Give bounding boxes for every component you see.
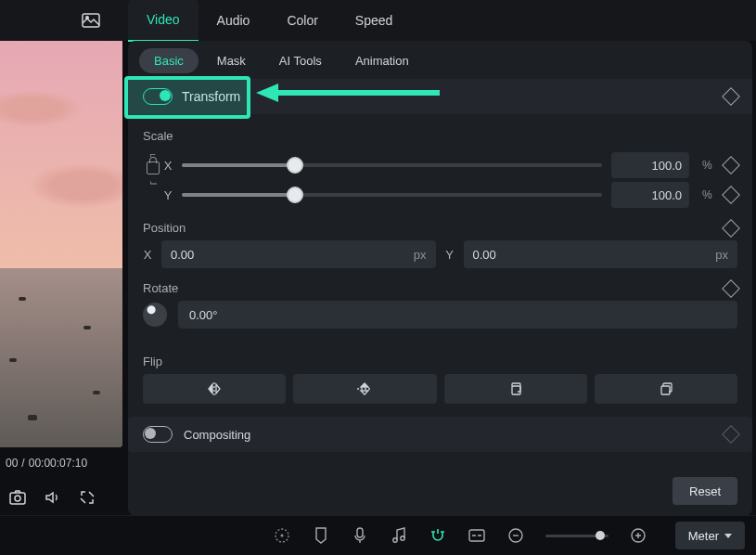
svg-rect-8: [357, 528, 363, 537]
reset-button[interactable]: Reset: [673, 477, 737, 505]
position-label: Position: [143, 221, 186, 235]
scale-x-slider[interactable]: [182, 163, 602, 167]
scale-lock-icon[interactable]: [147, 161, 160, 174]
chevron-down-icon: [724, 534, 732, 538]
position-y-axis-label: Y: [445, 248, 455, 262]
flip-vertical-button[interactable]: [293, 374, 436, 404]
marker-icon[interactable]: [312, 526, 330, 545]
scale-label: Scale: [143, 129, 173, 143]
music-icon[interactable]: [390, 526, 408, 545]
scale-x-unit: %: [702, 159, 715, 172]
svg-point-7: [280, 535, 283, 537]
rotate-label: Rotate: [143, 281, 178, 295]
meter-dropdown[interactable]: Meter: [675, 522, 745, 549]
svg-point-1: [86, 17, 89, 19]
transform-title: Transform: [182, 89, 724, 104]
subtab-ai-tools[interactable]: AI Tools: [264, 48, 337, 73]
transform-toggle[interactable]: [143, 88, 173, 105]
rotate-dial[interactable]: [143, 303, 167, 327]
svg-point-9: [393, 538, 397, 542]
rotate-keyframe-icon[interactable]: [722, 279, 740, 298]
scale-x-value[interactable]: 100.0: [611, 152, 689, 178]
tab-video[interactable]: Video: [128, 0, 199, 42]
fullscreen-icon[interactable]: [80, 490, 95, 505]
subtab-mask[interactable]: Mask: [202, 48, 261, 73]
scale-x-axis-label: X: [163, 159, 173, 173]
svg-rect-2: [10, 493, 25, 504]
magnet-icon[interactable]: [429, 526, 447, 545]
zoom-out-icon[interactable]: [506, 526, 525, 545]
flip-copy2-button[interactable]: [595, 374, 737, 404]
position-x-field[interactable]: 0.00px: [161, 240, 436, 268]
position-y-field[interactable]: 0.00px: [464, 240, 738, 268]
flip-label: Flip: [143, 355, 162, 368]
compositing-toggle[interactable]: [143, 426, 173, 443]
caption-icon[interactable]: [468, 526, 486, 545]
video-preview[interactable]: [0, 41, 122, 447]
svg-point-10: [401, 536, 404, 540]
zoom-slider[interactable]: [545, 535, 609, 537]
tab-color[interactable]: Color: [268, 0, 336, 41]
flip-copy1-button[interactable]: [444, 374, 587, 404]
flip-horizontal-button[interactable]: [143, 374, 286, 404]
image-thumbnail-icon[interactable]: [72, 13, 109, 28]
rotate-value-field[interactable]: 0.00°: [178, 301, 737, 329]
voiceover-icon[interactable]: [351, 526, 369, 545]
snapshot-icon[interactable]: [9, 490, 26, 505]
time-display: 00 / 00:00:07:10: [0, 447, 122, 479]
scale-y-axis-label: Y: [163, 188, 173, 202]
transform-section-header[interactable]: Transform: [128, 79, 752, 114]
transform-keyframe-icon[interactable]: [722, 87, 740, 106]
current-time: 00: [6, 457, 18, 470]
total-time: 00:00:07:10: [29, 457, 87, 470]
scale-y-value[interactable]: 100.0: [611, 182, 689, 208]
scale-y-unit: %: [702, 188, 715, 201]
compositing-label: Compositing: [184, 428, 724, 442]
svg-point-3: [15, 496, 20, 501]
tab-audio[interactable]: Audio: [199, 0, 269, 41]
volume-icon[interactable]: [45, 490, 61, 505]
subtab-animation[interactable]: Animation: [340, 48, 424, 73]
tab-speed[interactable]: Speed: [337, 0, 411, 41]
auto-enhance-icon[interactable]: [273, 526, 291, 545]
svg-rect-11: [469, 530, 484, 541]
scale-y-slider[interactable]: [182, 193, 602, 197]
scale-x-keyframe-icon[interactable]: [722, 156, 740, 174]
zoom-in-icon[interactable]: [629, 526, 647, 545]
position-keyframe-icon[interactable]: [722, 219, 740, 238]
position-x-axis-label: X: [143, 248, 152, 262]
scale-y-keyframe-icon[interactable]: [722, 186, 740, 204]
subtab-basic[interactable]: Basic: [139, 48, 199, 73]
time-separator: /: [21, 457, 24, 470]
compositing-keyframe-icon[interactable]: [722, 425, 740, 444]
svg-rect-4: [512, 386, 520, 394]
svg-rect-5: [661, 386, 670, 394]
compositing-section-header[interactable]: Compositing: [128, 417, 752, 452]
